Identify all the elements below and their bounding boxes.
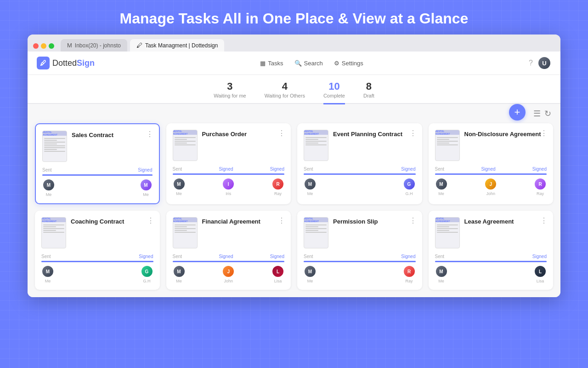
tabs-bar: 3 Waiting for me 4 Waiting for Others 10… (28, 75, 560, 104)
thumb-line (437, 230, 450, 231)
tab-label-waiting-others: Waiting for Others (265, 93, 305, 98)
gmail-icon: M (67, 42, 72, 49)
browser-traffic-lights (33, 43, 54, 49)
tab-label-waiting-me: Waiting for me (214, 93, 246, 98)
thumb-line (44, 142, 65, 143)
thumb-line (175, 224, 196, 225)
list-view-button[interactable]: ☰ (533, 109, 541, 119)
avatar-label: Lisa (537, 279, 544, 283)
status-signed: Signed (139, 254, 153, 259)
tab-complete[interactable]: 10 Complete (323, 80, 345, 104)
thumb-line (305, 137, 327, 138)
card-menu-button[interactable]: ⋮ (147, 216, 154, 225)
avatar-label: Ray (537, 191, 544, 196)
card-non-disclosure-agreement[interactable]: RENTAL AGREEMENT Non-Disclosure Agreemen… (429, 123, 554, 204)
thumb-line (305, 139, 318, 140)
thumb-lines (304, 222, 328, 235)
nav-tasks[interactable]: ▦ Tasks (260, 60, 283, 67)
browser-window: M Inbox(20) - johnsto 🖊 Task Managment |… (28, 34, 560, 297)
avatar-label: Lisa (274, 279, 282, 283)
avatar-label: Iris (226, 191, 231, 196)
card-purchase-order[interactable]: RENTAL AGREEMENT Purchase Order ⋮ (166, 123, 291, 204)
card-menu-button[interactable]: ⋮ (540, 129, 548, 138)
card-permission-slip[interactable]: RENTAL AGREEMENT Permission Slip ⋮ (297, 211, 422, 290)
tab-draft[interactable]: 8 Draft (363, 80, 374, 103)
close-dot[interactable] (33, 43, 39, 49)
avatar-circle: M (304, 265, 317, 278)
card-lease-agreement[interactable]: RENTAL AGREEMENT Lease Agreement ⋮ (429, 211, 554, 290)
tab-count-waiting-others: 4 (265, 80, 305, 92)
card-financial-agreement[interactable]: RENTAL AGREEMENT Financial Agreement ⋮ (166, 211, 291, 290)
avatar-label: G.H (405, 191, 413, 196)
avatars-row: M Me J John R Ray (435, 178, 547, 196)
browser-tab-gmail[interactable]: M Inbox(20) - johnsto (61, 39, 127, 52)
signature-section: Sent Signed Signed M Me (173, 254, 285, 283)
thumb-header: RENTAL AGREEMENT (435, 218, 459, 222)
thumb-lines (43, 136, 67, 154)
status-signed-lisa: Signed (270, 254, 284, 259)
progress-track (435, 261, 547, 262)
browser-tab-dottedsign[interactable]: 🖊 Task Managment | Dottedsign (130, 39, 225, 52)
controls-wrapper: + ☰ ↻ (28, 104, 560, 123)
progress-fill (173, 261, 285, 262)
app-nav: 🖊 DottedSign ▦ Tasks 🔍 Search ⚙ Settings (28, 52, 560, 75)
status-row: Sent Signed (304, 254, 416, 259)
card-top: RENTAL AGREEMENT Event Planning Contract (304, 130, 416, 161)
card-menu-button[interactable]: ⋮ (146, 130, 153, 138)
card-sales-contract[interactable]: RENTAL AGREEMENT (35, 123, 160, 204)
thumb-line (437, 139, 450, 140)
signature-section: Sent Signed M Me G (41, 254, 153, 283)
signature-section: Sent Signed M Me L (435, 254, 547, 283)
avatar-ray: R Ray (271, 178, 284, 196)
thumb-line (305, 232, 327, 233)
thumb-line (43, 224, 64, 225)
card-event-planning-contract[interactable]: RENTAL AGREEMENT Event Planning Contract (297, 123, 422, 204)
card-thumbnail: RENTAL AGREEMENT (304, 217, 328, 248)
avatar-me: M Me (173, 178, 186, 196)
tab-waiting-me[interactable]: 3 Waiting for me (214, 80, 246, 103)
card-coaching-contract[interactable]: RENTAL AGREEMENT Coaching Contract ⋮ (35, 211, 160, 290)
card-top: RENTAL AGREEMENT Financial Agreement (173, 217, 285, 248)
card-title: Purchase Order (202, 130, 285, 138)
thumb-line (437, 224, 458, 225)
status-sent: Sent (41, 254, 51, 259)
progress-track (173, 173, 285, 175)
progress-fill (435, 173, 547, 175)
avatar-circle: M (41, 265, 54, 278)
refresh-button[interactable]: ↻ (544, 109, 551, 119)
thumb-line (437, 141, 458, 142)
thumb-line (305, 224, 327, 225)
search-label: Search (304, 60, 323, 67)
help-icon[interactable]: ? (529, 59, 533, 67)
progress-fill (304, 261, 416, 262)
nav-center: ▦ Tasks 🔍 Search ⚙ Settings (260, 60, 363, 67)
minimize-dot[interactable] (41, 43, 46, 49)
card-menu-button[interactable]: ⋮ (409, 216, 417, 225)
card-menu-button[interactable]: ⋮ (278, 216, 285, 225)
progress-track (173, 261, 285, 262)
card-menu-button[interactable]: ⋮ (540, 216, 548, 225)
maximize-dot[interactable] (49, 43, 54, 49)
search-icon: 🔍 (294, 60, 302, 67)
settings-icon: ⚙ (334, 60, 339, 67)
thumb-header: RENTAL AGREEMENT (173, 218, 197, 222)
tab-waiting-others[interactable]: 4 Waiting for Others (265, 80, 305, 103)
thumb-line (44, 144, 57, 144)
user-avatar[interactable]: U (537, 56, 551, 70)
avatars-row: M Me G G.H (41, 265, 153, 283)
status-signed-ray: Signed (532, 167, 547, 172)
avatar-circle: G (141, 265, 153, 278)
status-signed-john: Signed (481, 167, 495, 172)
nav-settings[interactable]: ⚙ Settings (334, 60, 363, 67)
settings-label: Settings (342, 60, 363, 67)
avatar-label: Me (307, 279, 313, 283)
card-menu-button[interactable]: ⋮ (278, 129, 285, 138)
card-thumbnail: RENTAL AGREEMENT (173, 130, 198, 161)
avatar-john: J John (484, 178, 497, 196)
status-sent: Sent (435, 167, 445, 172)
status-row: Sent Signed (435, 254, 547, 259)
add-button[interactable]: + (509, 104, 526, 121)
card-title: Coaching Contract (71, 217, 153, 226)
card-menu-button[interactable]: ⋮ (409, 129, 417, 138)
nav-search[interactable]: 🔍 Search (294, 60, 323, 67)
